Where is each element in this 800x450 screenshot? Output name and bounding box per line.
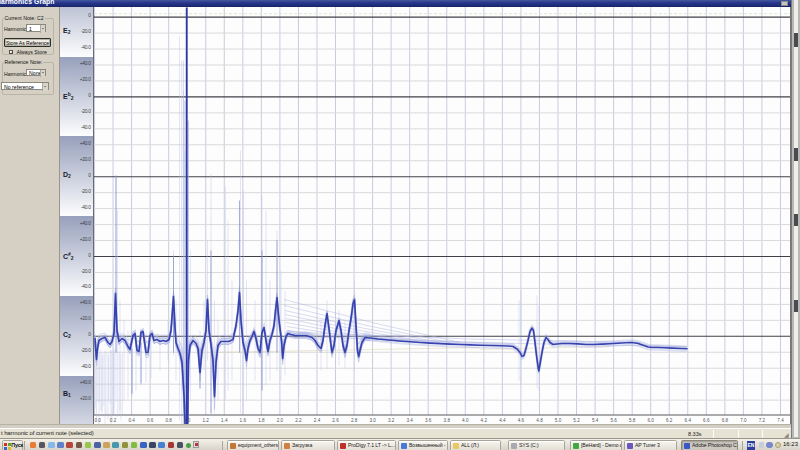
- svg-text:5.0: 5.0: [555, 418, 562, 423]
- svg-text:1.0: 1.0: [184, 418, 191, 423]
- svg-text:5.8: 5.8: [629, 418, 636, 423]
- svg-text:6.8: 6.8: [722, 418, 729, 423]
- svg-text:6.6: 6.6: [703, 418, 710, 423]
- svg-text:0.0: 0.0: [95, 418, 102, 423]
- svg-text:1.2: 1.2: [203, 418, 210, 423]
- svg-text:7.0: 7.0: [740, 418, 747, 423]
- svg-text:1.4: 1.4: [221, 418, 228, 423]
- svg-text:4.6: 4.6: [518, 418, 525, 423]
- svg-text:0.2: 0.2: [110, 418, 117, 423]
- svg-text:3.8: 3.8: [444, 418, 451, 423]
- svg-text:3.6: 3.6: [425, 418, 432, 423]
- svg-text:0.8: 0.8: [166, 418, 173, 423]
- svg-text:1.8: 1.8: [258, 418, 265, 423]
- svg-text:2.4: 2.4: [314, 418, 321, 423]
- svg-text:2.0: 2.0: [277, 418, 284, 423]
- svg-text:0.6: 0.6: [147, 418, 154, 423]
- svg-text:6.4: 6.4: [685, 418, 692, 423]
- svg-text:4.2: 4.2: [481, 418, 488, 423]
- svg-text:5.6: 5.6: [610, 418, 617, 423]
- svg-text:0.4: 0.4: [128, 418, 135, 423]
- svg-text:5.2: 5.2: [573, 418, 580, 423]
- svg-text:4.4: 4.4: [499, 418, 506, 423]
- svg-text:4.0: 4.0: [462, 418, 469, 423]
- svg-text:2.8: 2.8: [351, 418, 358, 423]
- svg-text:3.0: 3.0: [369, 418, 376, 423]
- svg-text:3.2: 3.2: [388, 418, 395, 423]
- svg-text:2.6: 2.6: [332, 418, 339, 423]
- svg-text:5.4: 5.4: [592, 418, 599, 423]
- svg-text:7.2: 7.2: [759, 418, 766, 423]
- svg-text:6.2: 6.2: [666, 418, 673, 423]
- svg-text:6.0: 6.0: [648, 418, 655, 423]
- svg-text:1.6: 1.6: [240, 418, 247, 423]
- svg-text:3.4: 3.4: [407, 418, 414, 423]
- svg-text:4.8: 4.8: [536, 418, 543, 423]
- svg-text:2.2: 2.2: [295, 418, 302, 423]
- svg-text:7.4: 7.4: [777, 418, 784, 423]
